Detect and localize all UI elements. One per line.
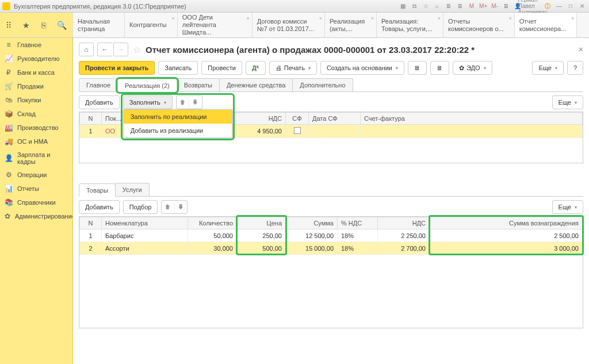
info-icon[interactable]: ⓘ xyxy=(543,2,552,11)
fill-button[interactable]: Заполнить▾ xyxy=(123,95,173,109)
sidebar-item-label: ОС и НМА xyxy=(17,138,48,145)
sidebar-item[interactable]: 🛍Покупки xyxy=(0,93,72,107)
dk-button[interactable]: Дᵏ xyxy=(246,61,266,75)
tool-icon[interactable]: ⌂ xyxy=(433,2,442,11)
sidebar-item[interactable]: 👤Зарплата и кадры xyxy=(0,148,72,168)
tool-icon[interactable]: ▦ xyxy=(398,2,407,11)
tool-icon[interactable]: 🗎 xyxy=(502,2,511,11)
m-label[interactable]: M xyxy=(467,2,476,11)
top-tab[interactable]: Отчеткомиссионера...× xyxy=(515,13,577,37)
maximize-button[interactable]: □ xyxy=(566,2,575,11)
col-reward[interactable]: Сумма вознаграждения xyxy=(430,217,583,229)
content: ⌂ ← → ☆ Отчет комиссионера (агента) о пр… xyxy=(73,38,589,364)
print-button[interactable]: 🖨Печать▾ xyxy=(269,61,317,75)
table-row[interactable]: 2 Ассорти 30,000 500,00 15 000,00 18% 2 … xyxy=(80,242,583,255)
lower-tab[interactable]: Услуги xyxy=(115,183,150,196)
add-button[interactable]: Добавить xyxy=(79,200,120,214)
m-label[interactable]: M+ xyxy=(479,2,488,11)
add-from-realization[interactable]: Добавить из реализации xyxy=(124,124,232,137)
post-button[interactable]: Провести xyxy=(201,61,242,75)
sidebar-item[interactable]: 🚚ОС и НМА xyxy=(0,135,72,148)
tool-icon[interactable]: 🗎 xyxy=(444,2,453,11)
inner-tab-realization[interactable]: Реализация (2) xyxy=(117,79,177,92)
sidebar-item[interactable]: 📈Руководителю xyxy=(0,52,72,66)
col-invoice[interactable]: Счет-фактура xyxy=(361,113,583,125)
col-price[interactable]: Цена xyxy=(237,217,286,229)
inner-tab[interactable]: Главное xyxy=(79,78,118,91)
user-name[interactable]: Герман Павел Андреевич xyxy=(528,2,537,11)
lower-tab[interactable]: Товары xyxy=(79,183,116,197)
tab-close-icon[interactable]: × xyxy=(571,15,574,22)
tab-close-icon[interactable]: × xyxy=(371,15,374,22)
apps-icon[interactable]: ⠿ xyxy=(6,21,12,30)
icon-button[interactable]: 🗎 xyxy=(430,61,449,75)
col-n[interactable]: N xyxy=(80,217,102,229)
star-icon[interactable]: ★ xyxy=(22,21,30,30)
search-icon[interactable]: 🔍 xyxy=(57,21,67,30)
help-button[interactable]: ? xyxy=(567,61,583,75)
more-button[interactable]: Еще▾ xyxy=(552,95,583,109)
checkbox[interactable] xyxy=(294,127,301,134)
table-row[interactable]: 1 Барбарис 50,000 250,00 12 500,00 18% 2… xyxy=(80,229,583,242)
back-button[interactable]: ← xyxy=(97,43,112,56)
tab-close-icon[interactable]: × xyxy=(319,15,322,22)
sidebar-item[interactable]: 🏭Производство xyxy=(0,121,72,135)
select-button[interactable]: Подбор xyxy=(123,200,158,214)
sidebar-item[interactable]: ≡Главное xyxy=(0,38,72,52)
col-sum[interactable]: Сумма xyxy=(286,217,338,229)
based-on-button[interactable]: Создать на основании▾ xyxy=(320,61,404,75)
top-tab[interactable]: Реализация:Товары, услуги,...× xyxy=(377,13,443,37)
doc-close-button[interactable]: × xyxy=(579,45,583,54)
m-label[interactable]: M- xyxy=(490,2,499,11)
more-button[interactable]: Еще▾ xyxy=(532,61,563,75)
sidebar-item[interactable]: ⚙Операции xyxy=(0,168,72,182)
cell-sf[interactable] xyxy=(286,125,309,138)
move-down-button[interactable]: 🡇 xyxy=(189,96,202,109)
icon-button[interactable]: 🗎 xyxy=(408,61,427,75)
tool-icon[interactable]: ☆ xyxy=(421,2,430,11)
sidebar-item[interactable]: 📦Склад xyxy=(0,107,72,121)
tab-close-icon[interactable]: × xyxy=(172,15,175,22)
col-vat-pct[interactable]: % НДС xyxy=(338,217,378,229)
top-tab[interactable]: Договор комисси№7 от 01.03.2017...× xyxy=(253,13,325,37)
inner-tab[interactable]: Денежные средства xyxy=(219,78,293,91)
top-tab[interactable]: Отчетыкомиссионеров о...× xyxy=(443,13,515,37)
top-tab[interactable]: Реализация(акты,...× xyxy=(325,13,377,37)
col-qty[interactable]: Количество xyxy=(188,217,237,229)
close-button[interactable]: ✕ xyxy=(577,2,587,11)
col-nom[interactable]: Номенклатура xyxy=(102,217,188,229)
inner-tab[interactable]: Возвраты xyxy=(177,78,220,91)
tab-close-icon[interactable]: × xyxy=(247,15,250,22)
forward-button[interactable]: → xyxy=(113,43,128,56)
write-button[interactable]: Записать xyxy=(158,61,198,75)
sidebar-item[interactable]: ✿Администрирование xyxy=(0,209,72,223)
tool-icon[interactable]: ⧉ xyxy=(410,2,419,11)
sidebar-item[interactable]: 📚Справочники xyxy=(0,196,72,209)
move-up-button[interactable]: 🡅 xyxy=(177,96,189,109)
edo-button[interactable]: ✿ЭДО▾ xyxy=(453,61,492,75)
favorite-icon[interactable]: ☆ xyxy=(133,44,141,55)
inner-tab[interactable]: Дополнительно xyxy=(292,78,353,91)
post-close-button[interactable]: Провести и закрыть xyxy=(79,61,155,75)
history-icon[interactable]: ⎘ xyxy=(41,21,46,30)
top-tab[interactable]: Начальнаястраница xyxy=(73,13,125,37)
sidebar-item[interactable]: 🛒Продажи xyxy=(0,79,72,93)
move-up-button[interactable]: 🡅 xyxy=(162,201,174,213)
tab-close-icon[interactable]: × xyxy=(438,15,441,22)
minimize-button[interactable]: — xyxy=(554,2,564,11)
sidebar-item[interactable]: 📊Отчеты xyxy=(0,182,72,196)
home-button[interactable]: ⌂ xyxy=(79,43,94,56)
top-tab[interactable]: ООО Детилейтенанта Шмидта...× xyxy=(178,13,253,37)
tool-icon[interactable]: 🗎 xyxy=(456,2,465,11)
top-tab[interactable]: Контрагенты× xyxy=(125,13,178,37)
col-sf[interactable]: СФ xyxy=(286,113,309,125)
col-date-sf[interactable]: Дата СФ xyxy=(309,113,361,125)
col-n[interactable]: N xyxy=(80,113,102,125)
more-button[interactable]: Еще▾ xyxy=(552,200,583,214)
move-down-button[interactable]: 🡇 xyxy=(174,201,187,213)
tab-close-icon[interactable]: × xyxy=(508,15,511,22)
add-button[interactable]: Добавить xyxy=(79,95,120,109)
col-vat[interactable]: НДС xyxy=(378,217,430,229)
sidebar-item[interactable]: ₽Банк и касса xyxy=(0,66,72,79)
fill-by-realization[interactable]: Заполнить по реализации xyxy=(124,110,232,124)
